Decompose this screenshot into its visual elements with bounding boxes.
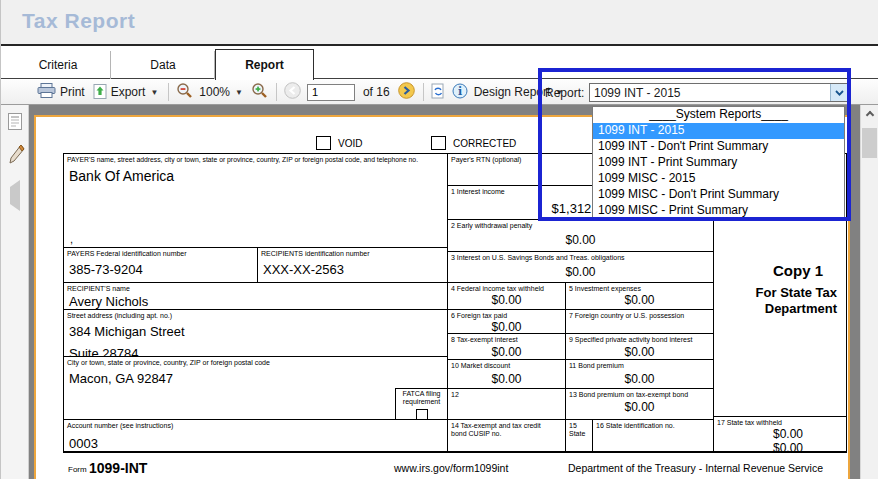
box5-cell: 5 Investment expenses $0.00 — [565, 282, 713, 309]
footer-form-word: Form — [68, 465, 87, 474]
chevron-down-icon — [835, 90, 844, 96]
scrollbar-thumb[interactable] — [862, 128, 877, 158]
chevron-up-icon — [865, 111, 873, 119]
box13-cell: 13 Bond premium on tax-exempt bond $0.00 — [565, 388, 713, 419]
group-tree-icon[interactable] — [8, 113, 22, 134]
zoom-in-button[interactable] — [251, 82, 268, 102]
preview-side-toolbar — [1, 105, 29, 479]
vertical-scrollbar[interactable] — [860, 105, 878, 479]
combobox-dropdown-button[interactable] — [830, 84, 847, 101]
report-toolbar: Print Export ▼ 100% ▼ of 16 i Design Rep… — [1, 80, 878, 105]
box17-value1: $0.00 — [714, 427, 847, 441]
next-page-icon — [398, 82, 415, 102]
payer-name: Bank Of America — [64, 168, 447, 184]
collapse-left-icon[interactable] — [10, 187, 20, 205]
box11-cell: 11 Bond premium $0.00 — [565, 359, 713, 388]
chevron-down-icon: ▼ — [150, 88, 158, 97]
box8-cell: 8 Tax-exempt interest $0.00 — [447, 333, 565, 359]
report-field-label: Report: — [545, 86, 584, 100]
zoom-out-button[interactable] — [176, 82, 193, 102]
copy1-subtitle: For State Tax Department — [714, 285, 837, 317]
box11-value: $0.00 — [566, 372, 713, 386]
box8-value: $0.00 — [448, 345, 565, 359]
page-title: Tax Report — [22, 9, 135, 33]
payer-tin: 385-73-9204 — [64, 262, 257, 277]
toolbar-separator — [276, 83, 277, 101]
box16-cell: 16 State identification no. — [592, 419, 713, 453]
svg-text:i: i — [458, 85, 462, 98]
zoom-out-icon — [176, 82, 193, 102]
void-label: VOID — [338, 138, 362, 149]
report-combobox[interactable]: 1099 INT - 2015 — [589, 83, 848, 102]
tab-report[interactable]: Report — [215, 49, 314, 80]
dropdown-item[interactable]: 1099 MISC - Print Summary — [593, 203, 844, 219]
dropdown-item[interactable]: 1099 MISC - 2015 — [593, 171, 844, 187]
box12-cell: 12 — [447, 388, 565, 419]
payer-name-cell: PAYER'S name, street address, city or to… — [64, 154, 447, 247]
box14-cell: 14 Tax-exempt and tax credit bond CUSIP … — [447, 419, 565, 453]
info-icon: i — [452, 83, 468, 102]
void-checkbox[interactable] — [316, 136, 331, 150]
box2-cell: 2 Early withdrawal penalty $0.00 — [447, 219, 713, 251]
street-line1: 384 Michigan Street — [64, 324, 447, 339]
recipient-name-cell: RECIPIENT'S name Avery Nichols — [64, 282, 447, 309]
box3-cell: 3 Interest on U.S. Savings Bonds and Tre… — [447, 251, 713, 282]
report-info-button[interactable]: i — [452, 83, 468, 102]
next-page-button[interactable] — [398, 82, 415, 102]
box17-value2: $0.00 — [714, 441, 847, 453]
report-dropdown-list: ____System Reports____ 1099 INT - 2015 1… — [592, 106, 845, 220]
refresh-report-button[interactable] — [431, 83, 446, 102]
box9-value: $0.00 — [566, 345, 713, 359]
toolbar-separator — [168, 83, 169, 101]
corrected-checkbox[interactable] — [431, 136, 446, 150]
payer-extra-text: , — [70, 233, 73, 245]
payer-tin-cell: PAYERS Federal identification number 385… — [64, 247, 257, 282]
box3-value: $0.00 — [448, 265, 713, 279]
recipient-tin-cell: RECIPIENTS identification number XXX-XX-… — [257, 247, 447, 282]
recipient-tin: XXX-XX-2563 — [258, 262, 447, 277]
report-combobox-value: 1099 INT - 2015 — [590, 86, 830, 100]
footer-form-number: 1099-INT — [89, 460, 147, 476]
box17-cell: 17 State tax withheld $0.00 $0.00 — [713, 416, 847, 453]
copy1-title: Copy 1 — [714, 262, 823, 279]
zoom-in-icon — [251, 82, 268, 102]
tab-criteria[interactable]: Criteria — [6, 51, 111, 79]
chevron-down-icon: ▼ — [235, 88, 243, 97]
footer-department: Department of the Treasury - Internal Re… — [568, 462, 823, 474]
page-count-label: of 16 — [363, 85, 390, 99]
print-button[interactable]: Print — [37, 83, 85, 101]
box6-cell: 6 Foreign tax paid $0.00 — [447, 309, 565, 333]
city-cell: City or town, state or province, country… — [64, 356, 447, 419]
tab-data[interactable]: Data — [112, 51, 215, 79]
pen-annotate-icon[interactable] — [8, 143, 26, 169]
city-value: Macon, GA 92847 — [64, 371, 447, 386]
box9-cell: 9 Specified private activity bond intere… — [565, 333, 713, 359]
toolbar-separator — [423, 83, 424, 101]
recipient-name: Avery Nichols — [64, 294, 447, 309]
street-address-cell: Street address (including apt. no.) 384 … — [64, 309, 447, 356]
dropdown-item[interactable]: 1099 INT - Don't Print Summary — [593, 139, 844, 155]
corrected-label: CORRECTED — [453, 138, 516, 149]
export-button[interactable]: Export ▼ — [93, 83, 159, 102]
box13-value: $0.00 — [566, 400, 713, 414]
scroll-up-button[interactable] — [861, 105, 878, 122]
dropdown-item[interactable]: 1099 INT - Print Summary — [593, 155, 844, 171]
account-number: 0003 — [64, 436, 447, 451]
prev-page-button[interactable] — [284, 82, 301, 102]
street-line2: Suite 28784 — [64, 346, 447, 356]
zoom-level-dropdown[interactable]: 100% ▼ — [199, 85, 243, 99]
box4-cell: 4 Federal income tax withheld $0.00 — [447, 282, 565, 309]
box10-value: $0.00 — [448, 372, 565, 386]
box10-cell: 10 Market discount $0.00 — [447, 359, 565, 388]
box7-cell: 7 Foreign country or U.S. possession — [565, 309, 713, 333]
fatca-cell: FATCA filing requirement — [395, 388, 447, 419]
prev-page-icon — [284, 82, 301, 102]
account-number-cell: Account number (see instructions) 0003 — [64, 419, 447, 453]
page-number-input[interactable] — [307, 84, 355, 101]
box5-value: $0.00 — [566, 293, 713, 307]
dropdown-header: ____System Reports____ — [593, 107, 844, 123]
dropdown-item[interactable]: 1099 MISC - Don't Print Summary — [593, 187, 844, 203]
box4-value: $0.00 — [448, 293, 565, 307]
dropdown-item[interactable]: 1099 INT - 2015 — [593, 123, 844, 139]
footer-irs-url: www.irs.gov/form1099int — [394, 462, 508, 474]
